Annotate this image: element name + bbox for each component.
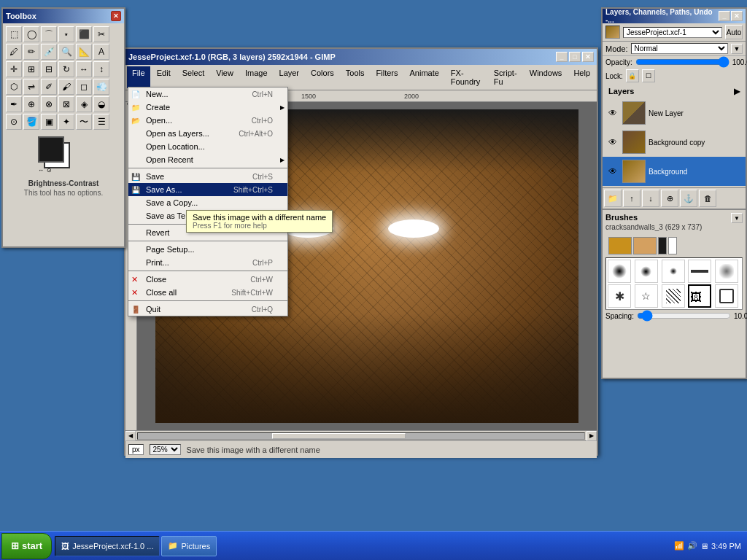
color-patch-brown[interactable] — [608, 237, 632, 254]
layer-bg-visibility-icon[interactable]: 👁 — [606, 165, 619, 178]
layers-close-button[interactable]: ✕ — [731, 11, 743, 21]
scale-tool[interactable]: ↔ — [76, 61, 92, 77]
paths-tool[interactable]: ✏ — [23, 44, 39, 60]
brush-9-selected[interactable] — [688, 284, 711, 308]
crop-tool[interactable]: ⊟ — [41, 61, 57, 77]
scroll-right-button[interactable]: ▶ — [587, 431, 597, 441]
opacity-slider[interactable] — [635, 58, 729, 66]
brush-3[interactable] — [662, 260, 685, 283]
text-tool[interactable]: A — [93, 44, 109, 60]
menu-script-fu[interactable]: Script-Fu — [489, 66, 523, 88]
scroll-left-button[interactable]: ◀ — [125, 431, 136, 441]
levels-tool[interactable]: ☰ — [93, 114, 109, 130]
gimp-minimize-button[interactable]: _ — [556, 52, 568, 62]
duplicate-layer-button[interactable]: ⊕ — [661, 190, 678, 207]
profile-auto-button[interactable]: Auto — [725, 25, 743, 39]
scissors-tool[interactable]: ✂ — [93, 26, 109, 42]
lower-layer-button[interactable]: ↓ — [642, 190, 659, 207]
brush-8[interactable] — [662, 284, 685, 308]
smudge-tool[interactable]: ⊙ — [6, 114, 22, 130]
measure-tool[interactable]: 📐 — [76, 44, 92, 60]
menu-select[interactable]: Select — [177, 66, 210, 88]
brush-5[interactable] — [715, 260, 738, 283]
layer-mode-select[interactable]: Normal — [631, 43, 728, 54]
swap-colors-icon[interactable]: ↔ — [38, 167, 45, 174]
pencil-tool[interactable]: ✐ — [41, 79, 57, 95]
menu-file[interactable]: File — [127, 66, 150, 88]
bucket-fill-tool[interactable]: 🪣 — [23, 114, 39, 130]
zoom-control[interactable]: 25% — [150, 444, 181, 455]
spacing-slider[interactable] — [637, 311, 731, 320]
zoom-select[interactable]: 25% — [150, 444, 181, 455]
fuzzy-select-tool[interactable]: ⋆ — [58, 26, 74, 42]
blend-tool[interactable]: ▣ — [41, 114, 57, 130]
menu-animate[interactable]: Animate — [404, 66, 444, 88]
menu-view[interactable]: View — [211, 66, 239, 88]
menu-save-as[interactable]: 💾 Save As... Shift+Ctrl+S — [128, 183, 287, 196]
shear-tool[interactable]: ↕ — [93, 61, 109, 77]
delete-layer-button[interactable]: 🗑 — [699, 190, 716, 207]
menu-quit[interactable]: 🚪 Quit Ctrl+Q — [128, 303, 287, 316]
brushes-collapse-button[interactable]: ▼ — [731, 213, 743, 223]
color-picker-tool[interactable]: 💉 — [41, 44, 57, 60]
layer-item-bg-copy[interactable]: 👁 Background copy — [603, 128, 746, 157]
color-patch-black[interactable] — [658, 237, 667, 254]
taskbar-pictures-item[interactable]: 📁 Pictures — [161, 536, 217, 556]
menu-tools[interactable]: Tools — [341, 66, 370, 88]
scroll-thumb-h[interactable] — [272, 433, 406, 439]
menu-close-all[interactable]: ✕ Close all Shift+Ctrl+W — [128, 286, 287, 299]
align-tool[interactable]: ⊞ — [23, 61, 39, 77]
foreground-select-tool[interactable]: 🖊 — [6, 44, 22, 60]
layer-item-background[interactable]: 👁 Background — [603, 157, 746, 186]
select-by-color-tool[interactable]: ⬛ — [76, 26, 92, 42]
curves-tool[interactable]: 〜 — [76, 114, 92, 130]
layers-panel-menu-icon[interactable]: ▶ — [734, 87, 740, 96]
menu-save[interactable]: 💾 Save Ctrl+S — [128, 170, 287, 183]
perspective-clone-tool[interactable]: ⊠ — [58, 96, 74, 112]
blur-tool[interactable]: ◈ — [76, 96, 92, 112]
unit-dropdown[interactable]: px — [128, 444, 144, 455]
layer-item-new[interactable]: 👁 New Layer — [603, 98, 746, 128]
brush-2[interactable] — [635, 260, 658, 283]
menu-fx-foundry[interactable]: FX-Foundry — [446, 66, 487, 88]
brush-1[interactable] — [608, 260, 631, 283]
brush-10[interactable] — [715, 284, 738, 308]
menu-open[interactable]: 📂 Open... Ctrl+O — [128, 114, 287, 127]
image-profile-select[interactable]: JesseProject.xcf-1 — [623, 27, 722, 38]
start-button[interactable]: ⊞ start — [1, 533, 52, 559]
menu-filters[interactable]: Filters — [371, 66, 403, 88]
flip-tool[interactable]: ⇌ — [23, 79, 39, 95]
gimp-maximize-button[interactable]: □ — [569, 52, 581, 62]
brush-4[interactable] — [688, 260, 711, 283]
taskbar-gimp-item[interactable]: 🖼 JesseProject.xcf-1.0 ... — [55, 536, 160, 556]
lock-alpha-button[interactable]: ☐ — [642, 69, 655, 82]
new-layer-group-button[interactable]: 📁 — [604, 190, 622, 207]
menu-open-location[interactable]: Open Location... — [128, 140, 287, 153]
anchor-layer-button[interactable]: ⚓ — [680, 190, 697, 207]
menu-print[interactable]: Print... Ctrl+P — [128, 256, 287, 269]
menu-layer[interactable]: Layer — [274, 66, 305, 88]
horizontal-scrollbar[interactable]: ◀ ▶ — [125, 430, 597, 440]
healing-tool[interactable]: ⊗ — [41, 96, 57, 112]
brush-7[interactable]: ☆ — [635, 284, 658, 308]
layers-minimize-button[interactable]: _ — [719, 11, 730, 21]
menu-open-recent[interactable]: Open Recent — [128, 153, 287, 166]
move-tool[interactable]: ✛ — [6, 61, 22, 77]
menu-colors[interactable]: Colors — [306, 66, 339, 88]
menu-close[interactable]: ✕ Close Ctrl+W — [128, 273, 287, 286]
rotate-tool[interactable]: ↻ — [58, 61, 74, 77]
color-patch-tan[interactable] — [633, 237, 657, 254]
perspective-tool[interactable]: ⬡ — [6, 79, 22, 95]
scroll-track-h[interactable] — [137, 432, 585, 440]
color-patch-white[interactable] — [668, 237, 677, 254]
menu-edit[interactable]: Edit — [152, 66, 176, 88]
brush-6[interactable]: ✱ — [608, 284, 631, 308]
layer-new-visibility-icon[interactable]: 👁 — [606, 106, 619, 120]
paint-tool[interactable]: 🖌 — [58, 79, 74, 95]
menu-help[interactable]: Help — [568, 66, 595, 88]
select-ellipse-tool[interactable]: ◯ — [23, 26, 39, 42]
lock-pixels-button[interactable]: 🔒 — [626, 69, 639, 82]
toolbox-close-button[interactable]: ✕ — [111, 11, 121, 21]
raise-layer-button[interactable]: ↑ — [623, 190, 640, 207]
menu-page-setup[interactable]: Page Setup... — [128, 243, 287, 256]
